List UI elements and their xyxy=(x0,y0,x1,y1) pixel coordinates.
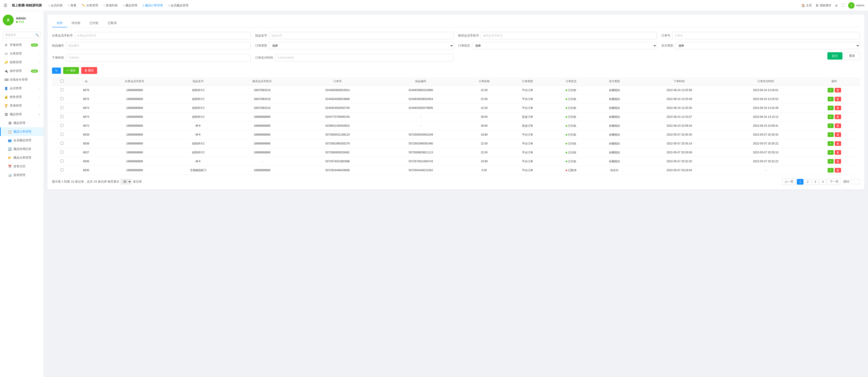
sidebar-item-member-mgmt[interactable]: 👤 会员管理 › xyxy=(0,84,43,93)
sidebar-item-permission-mgmt[interactable]: 🔑 权限管理 › xyxy=(0,58,43,67)
row-checkbox[interactable] xyxy=(60,151,63,153)
hamburger-icon[interactable]: ☰ xyxy=(4,3,7,8)
nav-item-award-list[interactable]: 奖项列表 xyxy=(101,2,120,8)
row-delete-btn[interactable]: 🗑 xyxy=(835,168,841,173)
row-checkbox[interactable] xyxy=(60,124,63,127)
row-checkbox[interactable] xyxy=(60,115,63,118)
sidebar-item-transfer-record[interactable]: 🔄 藏品转增记录 xyxy=(0,145,43,153)
row-delete-btn[interactable]: 🗑 xyxy=(835,133,841,137)
cell-pay-type: 待支付 xyxy=(593,166,636,175)
fullscreen-icon[interactable]: ⛶ xyxy=(841,4,844,7)
next-page-btn[interactable]: 下一页 xyxy=(827,178,841,185)
sidebar-item-order-mgmt-sub[interactable]: 📋 藏品订单管理 xyxy=(0,127,43,136)
row-edit-btn[interactable]: ✏ xyxy=(828,141,834,146)
row-delete-btn[interactable]: 🗑 xyxy=(835,97,841,101)
row-delete-btn[interactable]: 🗑 xyxy=(835,88,841,92)
row-checkbox[interactable] xyxy=(60,133,63,136)
prev-page-btn[interactable]: 上一页 xyxy=(782,178,796,185)
delete-button[interactable]: 🗑 删除 xyxy=(81,67,97,74)
sidebar-item-collection-parent[interactable]: 🖼 藏品管理 ∨ xyxy=(0,110,43,119)
order-time-input[interactable] xyxy=(66,54,251,61)
row-edit-btn[interactable]: ✏ xyxy=(828,150,834,155)
sidebar-item-withdrawal[interactable]: 📊 提现管理 xyxy=(0,171,43,179)
nav-item-member-collection[interactable]: 会员藏品管理 xyxy=(166,2,191,8)
table-row: 8636 18888888888 神卡 - 5072674021882998 5… xyxy=(52,157,860,166)
print-icon[interactable]: 🖨 xyxy=(835,4,838,7)
submit-button[interactable]: 提交 xyxy=(828,52,842,60)
pay-time-input[interactable] xyxy=(275,54,454,61)
home-link[interactable]: 🏠 主页 xyxy=(801,3,812,7)
page-3-btn[interactable]: 3 xyxy=(812,179,819,184)
tab-all[interactable]: 全部 xyxy=(52,19,67,27)
tab-paid[interactable]: 已付款 xyxy=(85,19,103,27)
row-edit-btn[interactable]: ✏ xyxy=(828,123,834,128)
row-delete-btn[interactable]: 🗑 xyxy=(835,159,841,164)
order-type-select[interactable]: 选择 平台订单 盲盒订单 xyxy=(269,42,454,49)
nav-item-order-mgmt[interactable]: 藏品订单管理 xyxy=(141,2,165,8)
nav-item-category[interactable]: ✏️ 分类管理 xyxy=(80,2,100,8)
row-checkbox[interactable] xyxy=(60,168,63,171)
tab-pending[interactable]: 待付款 xyxy=(67,19,85,27)
pay-type-select[interactable]: 选择 余额抵扣 待支付 xyxy=(675,42,860,49)
row-delete-btn[interactable]: 🗑 xyxy=(835,106,841,110)
cell-buyer-phone: - xyxy=(228,157,296,166)
order-no-input[interactable] xyxy=(672,32,860,39)
page-1-btn[interactable]: 1 xyxy=(797,179,803,184)
cell-actions: ✏ 🗑 xyxy=(809,139,860,148)
nav-item-member-list[interactable]: 会员列表 xyxy=(46,2,65,8)
sidebar-item-regular-mgmt[interactable]: ⚙ 常规管理 new › xyxy=(0,40,43,49)
seller-phone-input[interactable] xyxy=(74,32,251,39)
page-size-select[interactable]: 10 20 50 xyxy=(121,179,132,184)
clear-cache-btn[interactable]: 🗑 清除缓存 xyxy=(815,3,831,7)
page-jump-input[interactable] xyxy=(851,179,860,184)
reset-button[interactable]: 重置 xyxy=(844,52,860,60)
nav-item-view[interactable]: 查看 xyxy=(66,2,79,8)
auction-code-input[interactable] xyxy=(66,42,251,49)
search-input[interactable] xyxy=(3,32,41,38)
row-edit-btn[interactable]: ✏ xyxy=(828,88,834,92)
row-checkbox[interactable] xyxy=(60,97,63,100)
sidebar-item-member-collection-sub[interactable]: 👥 会员藏品管理 xyxy=(0,136,43,145)
sidebar-item-finance-mgmt[interactable]: 💰 财务管理 › xyxy=(0,93,43,101)
row-edit-btn[interactable]: ✏ xyxy=(828,115,834,119)
row-checkbox[interactable] xyxy=(60,106,63,109)
cell-actions: ✏ 🗑 xyxy=(809,121,860,130)
row-checkbox[interactable] xyxy=(60,142,63,145)
row-edit-btn[interactable]: ✏ xyxy=(828,106,834,110)
row-edit-btn[interactable]: ✏ xyxy=(828,97,834,101)
cell-order-no: 6244833592652793 xyxy=(296,104,379,113)
admin-badge[interactable]: A Admin xyxy=(848,2,864,9)
row-delete-btn[interactable]: 🗑 xyxy=(835,150,841,155)
refresh-button[interactable]: ↻ xyxy=(52,67,61,74)
sidebar-item-plugin-mgmt[interactable]: 🔌 插件管理 new › xyxy=(0,67,43,75)
select-all-checkbox[interactable] xyxy=(60,80,63,83)
cell-seller-phone: 18888888888 xyxy=(100,95,168,104)
top-nav-right: 🏠 主页 🗑 清除缓存 🖨 ⛶ A Admin xyxy=(801,2,864,9)
sidebar-item-category-mgmt[interactable]: 🏷 分类管理 › xyxy=(0,49,43,58)
cell-order-status: 已付款 xyxy=(549,139,592,148)
sidebar-item-collection-mgmt-sub[interactable]: 🖼 藏品管理 xyxy=(0,119,43,127)
auction-name-input[interactable] xyxy=(269,32,454,39)
tab-cancelled[interactable]: 已取消 xyxy=(103,19,121,27)
buyer-phone-input[interactable] xyxy=(481,32,657,39)
row-edit-btn[interactable]: ✏ xyxy=(828,133,834,137)
sidebar-item-online-cmd[interactable]: ⌨ 在线命令管理 › xyxy=(0,75,43,84)
sidebar-item-collection-category[interactable]: 📂 藏品分类管理 xyxy=(0,153,43,162)
row-delete-btn[interactable]: 🗑 xyxy=(835,115,841,119)
row-delete-btn[interactable]: 🗑 xyxy=(835,123,841,128)
row-edit-btn[interactable]: ✏ xyxy=(828,159,834,164)
cell-id: 8672 xyxy=(72,121,100,130)
row-edit-btn[interactable]: ✏ xyxy=(828,168,834,173)
cell-id: 8676 xyxy=(72,86,100,95)
row-checkbox[interactable] xyxy=(60,160,63,163)
sidebar-item-sale-calendar[interactable]: 📅 发售日历 xyxy=(0,162,43,171)
page-2-btn[interactable]: 2 xyxy=(804,179,811,184)
order-status-select[interactable]: 选择 已付款 待付款 已取消 xyxy=(472,42,657,49)
page-4-btn[interactable]: 4 xyxy=(820,179,826,184)
row-checkbox[interactable] xyxy=(60,88,63,91)
cell-order-no: 6239631430404822 xyxy=(296,121,379,130)
row-delete-btn[interactable]: 🗑 xyxy=(835,141,841,146)
nav-item-collection-mgmt[interactable]: 藏品管理 xyxy=(121,2,140,8)
edit-button[interactable]: ✏ 编辑 xyxy=(63,67,79,74)
sidebar-item-award-mgmt[interactable]: 🏆 奖项管理 › xyxy=(0,101,43,110)
